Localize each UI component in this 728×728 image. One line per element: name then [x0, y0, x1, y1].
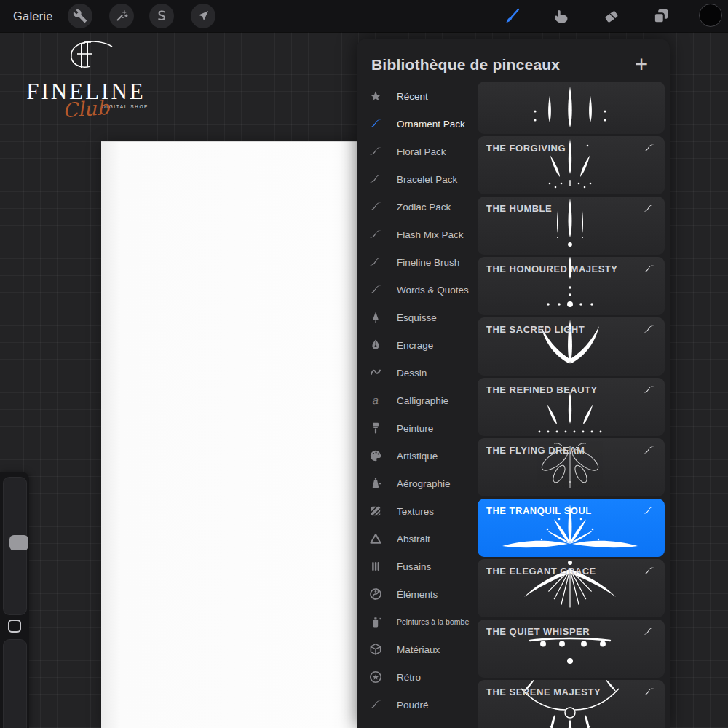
paintbrush-icon — [502, 7, 521, 25]
brush-name: THE HONOURED MAJESTY — [486, 264, 640, 274]
category-label: Zodiac Pack — [397, 193, 451, 221]
sidebar-item-poudr[interactable]: Poudré — [357, 691, 478, 719]
adjustments-button[interactable] — [109, 4, 134, 28]
sidebar-item-mat-riaux[interactable]: Matériaux — [357, 636, 478, 663]
brush-name: THE FORGIVING — [486, 143, 640, 154]
sidebar-item-dessin[interactable]: Dessin — [357, 359, 478, 387]
category-label: Words & Quotes — [397, 276, 469, 304]
brush-card-partial[interactable] — [478, 82, 665, 134]
category-label: Poudré — [397, 691, 429, 719]
brush-stroke-icon — [641, 565, 657, 577]
add-brush-button[interactable]: + — [629, 52, 654, 76]
sidebar-item-fineline-brush[interactable]: Fineline Brush — [357, 248, 478, 276]
sidebar-item-encrage[interactable]: Encrage — [357, 331, 478, 359]
brush-card-the-flying-dream[interactable]: THE FLYING DREAM — [478, 438, 665, 496]
paint-tool-button[interactable] — [499, 4, 524, 28]
brush-stroke-icon — [641, 202, 657, 215]
brush-card-the-tranquil-soul[interactable]: THE TRANQUIL SOUL — [478, 499, 665, 557]
sidebar-item-zodiac-pack[interactable]: Zodiac Pack — [357, 193, 478, 221]
retro-star-icon — [369, 670, 382, 684]
brush-card-the-humble[interactable]: THE HUMBLE — [478, 197, 665, 255]
brush-card-the-serene-majesty[interactable]: THE SERENE MAJESTY — [478, 680, 665, 728]
brush-stroke-icon — [641, 505, 657, 517]
brush-card-the-forgiving[interactable]: THE FORGIVING — [478, 136, 665, 194]
sidebar-item-ornament-pack[interactable]: Ornament Pack — [357, 110, 478, 138]
brush-preview-ornament — [478, 82, 665, 134]
star-icon — [369, 90, 382, 103]
brush-name: THE HUMBLE — [486, 203, 640, 214]
layers-button[interactable] — [649, 4, 673, 28]
modify-button[interactable] — [8, 620, 21, 633]
sidebar-item-floral-pack[interactable]: Floral Pack — [357, 138, 478, 165]
brush-name: THE SACRED LIGHT — [486, 324, 640, 335]
sidebar-item-words-quotes[interactable]: Words & Quotes — [357, 276, 478, 304]
brush-stroke-icon — [641, 142, 657, 154]
sidebar-item-calligraphie[interactable]: Calligraphie — [357, 387, 478, 414]
sidebar-item-abstrait[interactable]: Abstrait — [357, 525, 478, 553]
squiggle-icon — [369, 366, 382, 379]
stroke-icon — [369, 256, 382, 269]
category-label: Dessin — [397, 359, 427, 387]
opacity-slider[interactable] — [3, 639, 27, 728]
brush-card-the-elegant-grace[interactable]: THE ELEGANT GRACE — [478, 559, 665, 617]
color-swatch-button[interactable] — [699, 4, 722, 27]
app-screen: Galerie — [0, 0, 728, 728]
sidebar-item-bracelet-pack[interactable]: Bracelet Pack — [357, 165, 478, 193]
sidebar-item-r-tro[interactable]: Rétro — [357, 663, 478, 691]
sidebar-item-r-cent[interactable]: Récent — [357, 82, 478, 110]
brush-card-the-refined-beauty[interactable]: THE REFINED BEAUTY — [478, 378, 665, 436]
sidebar-item-peintures-la-bombe[interactable]: Peintures à la bombe — [357, 608, 478, 636]
category-label: Ornament Pack — [397, 110, 465, 138]
smudge-tool-button[interactable] — [549, 4, 574, 28]
sidebar-controls — [0, 472, 29, 728]
selection-button[interactable] — [149, 4, 174, 28]
sidebar-item-artistique[interactable]: Artistique — [357, 442, 478, 470]
transform-button[interactable] — [191, 4, 215, 28]
brush-size-slider[interactable] — [3, 477, 27, 615]
brush-name: THE REFINED BEAUTY — [486, 384, 640, 395]
category-label: Artistique — [397, 442, 438, 470]
stroke-icon — [369, 698, 382, 711]
category-label: Calligraphie — [397, 387, 448, 414]
fineline-monogram-icon — [51, 39, 121, 84]
triangle-icon — [369, 532, 382, 545]
stroke-icon — [369, 145, 382, 158]
layers-icon — [652, 7, 670, 25]
category-label: Flash Mix Pack — [397, 221, 464, 248]
actions-button[interactable] — [68, 4, 92, 28]
category-label: Esquisse — [397, 304, 437, 331]
brush-name: THE ELEGANT GRACE — [486, 566, 640, 577]
brush-library-panel: Bibliothèque de pinceaux + Récent Orname… — [357, 39, 670, 728]
sidebar-item-esquisse[interactable]: Esquisse — [357, 304, 478, 331]
brush-card-the-quiet-whisper[interactable]: THE QUIET WHISPER — [478, 620, 665, 678]
palette-icon — [369, 449, 382, 462]
brush-card-the-sacred-light[interactable]: THE SACRED LIGHT — [478, 317, 665, 376]
category-label: Fusains — [397, 553, 431, 580]
airbrush-icon — [369, 477, 382, 490]
sidebar-item-textures[interactable]: Textures — [357, 497, 478, 525]
brush-stroke-icon — [641, 384, 657, 396]
brush-stroke-icon — [641, 625, 657, 638]
drawing-canvas[interactable] — [101, 141, 357, 728]
stroke-icon — [369, 200, 382, 213]
elements-icon — [369, 587, 382, 601]
sidebar-item-fusains[interactable]: Fusains — [357, 553, 478, 580]
category-label: Abstrait — [397, 525, 430, 553]
sidebar-item-l-ments[interactable]: Éléments — [357, 580, 478, 608]
category-label: Fineline Brush — [397, 248, 459, 276]
brush-size-handle[interactable] — [9, 535, 28, 550]
sidebar-item-a-rographie[interactable]: Aérographie — [357, 470, 478, 497]
stroke-icon — [369, 228, 382, 241]
brush-card-the-honoured-majesty[interactable]: THE HONOURED MAJESTY — [478, 257, 665, 315]
texture-icon — [369, 505, 382, 518]
sidebar-item-peinture[interactable]: Peinture — [357, 414, 478, 442]
stroke-icon — [369, 173, 382, 186]
eraser-icon — [602, 7, 621, 25]
category-label: Peinture — [397, 414, 433, 442]
category-label: Bracelet Pack — [397, 165, 457, 193]
sidebar-item-flash-mix-pack[interactable]: Flash Mix Pack — [357, 221, 478, 248]
erase-tool-button[interactable] — [599, 4, 624, 28]
gallery-button[interactable]: Galerie — [13, 0, 53, 32]
fineline-logo: FINELINE DIGITAL SHOP Club — [20, 38, 151, 125]
category-label: Récent — [397, 82, 428, 110]
